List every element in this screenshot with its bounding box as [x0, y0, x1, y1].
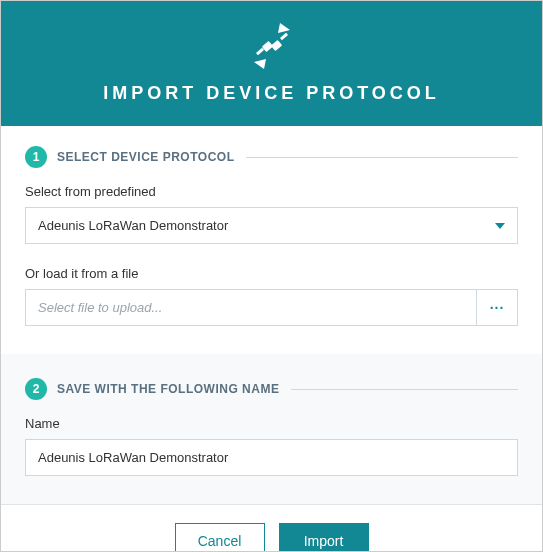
predefined-select-value: Adeunis LoRaWan Demonstrator — [38, 218, 228, 233]
svg-rect-1 — [270, 40, 281, 51]
ellipsis-icon: ··· — [490, 300, 505, 316]
dialog-footer: Cancel Import — [1, 504, 542, 552]
import-protocol-icon — [244, 21, 300, 75]
step-divider — [246, 157, 518, 158]
file-upload-input[interactable]: Select file to upload... — [25, 289, 476, 326]
dialog-header: IMPORT DEVICE PROTOCOL — [1, 1, 542, 126]
name-label: Name — [25, 416, 518, 431]
chevron-down-icon — [495, 223, 505, 229]
file-label: Or load it from a file — [25, 266, 518, 281]
predefined-select[interactable]: Adeunis LoRaWan Demonstrator — [25, 207, 518, 244]
dialog-content: 1 SELECT DEVICE PROTOCOL Select from pre… — [1, 126, 542, 504]
step2-section: 2 SAVE WITH THE FOLLOWING NAME Name — [1, 354, 542, 504]
svg-marker-5 — [254, 59, 266, 69]
file-browse-button[interactable]: ··· — [476, 289, 518, 326]
import-button[interactable]: Import — [279, 523, 369, 552]
step2-header: 2 SAVE WITH THE FOLLOWING NAME — [25, 378, 518, 400]
cancel-button[interactable]: Cancel — [175, 523, 265, 552]
step-divider — [291, 389, 518, 390]
svg-rect-2 — [255, 48, 263, 55]
svg-marker-4 — [278, 23, 290, 33]
dialog-title: IMPORT DEVICE PROTOCOL — [1, 83, 542, 104]
step1-title: SELECT DEVICE PROTOCOL — [57, 150, 234, 164]
step2-number: 2 — [25, 378, 47, 400]
svg-rect-3 — [279, 33, 287, 40]
name-input[interactable] — [25, 439, 518, 476]
step1-header: 1 SELECT DEVICE PROTOCOL — [25, 146, 518, 168]
step2-title: SAVE WITH THE FOLLOWING NAME — [57, 382, 279, 396]
step1-number: 1 — [25, 146, 47, 168]
predefined-label: Select from predefined — [25, 184, 518, 199]
